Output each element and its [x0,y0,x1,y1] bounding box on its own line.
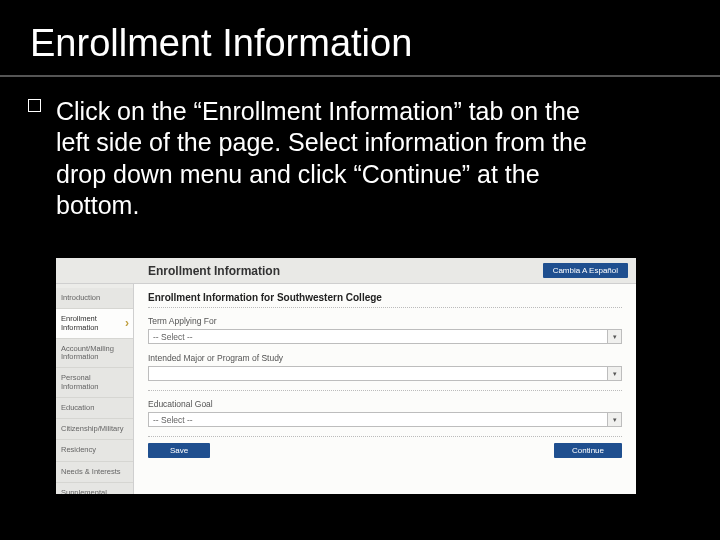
sidebar-item-introduction[interactable]: Introduction [56,288,133,309]
goal-select[interactable]: -- Select -- ▾ [148,412,622,427]
language-toggle-button[interactable]: Cambia A Español [543,263,628,278]
term-label: Term Applying For [148,316,622,326]
bullet-icon [28,99,41,112]
goal-label: Educational Goal [148,399,622,409]
sidebar-item-citizenship-military[interactable]: Citizenship/Military [56,419,133,440]
sidebar-item-enrollment-info[interactable]: Enrollment Information [56,309,133,339]
divider [0,75,720,77]
sidebar-item-education[interactable]: Education [56,398,133,419]
sidebar: Introduction Enrollment Information Acco… [56,284,134,494]
section-heading: Enrollment Information for Southwestern … [148,292,622,308]
embedded-screenshot: Enrollment Information Cambia A Español … [56,258,636,494]
chevron-down-icon: ▾ [607,330,621,343]
main-panel: Enrollment Information for Southwestern … [134,284,636,494]
slide: Enrollment Information Click on the “Enr… [0,0,720,540]
goal-select-value: -- Select -- [149,415,193,425]
term-select-value: -- Select -- [149,332,193,342]
sidebar-item-account-mailing[interactable]: Account/Mailing Information [56,339,133,369]
screenshot-header: Enrollment Information Cambia A Español [56,258,636,284]
sidebar-item-needs-interests[interactable]: Needs & Interests [56,462,133,483]
slide-body: Click on the “Enrollment Information” ta… [56,96,616,221]
save-button[interactable]: Save [148,443,210,458]
sidebar-item-residency[interactable]: Residency [56,440,133,461]
major-label: Intended Major or Program of Study [148,353,622,363]
section-divider [148,390,622,391]
button-row: Save Continue [148,436,622,458]
sidebar-item-personal-info[interactable]: Personal Information [56,368,133,398]
chevron-down-icon: ▾ [607,413,621,426]
term-select[interactable]: -- Select -- ▾ [148,329,622,344]
slide-title: Enrollment Information [30,22,412,65]
sidebar-item-supplemental[interactable]: Supplemental Questions [56,483,133,494]
chevron-down-icon: ▾ [607,367,621,380]
continue-button[interactable]: Continue [554,443,622,458]
screenshot-header-title: Enrollment Information [148,264,280,278]
major-select[interactable]: ▾ [148,366,622,381]
